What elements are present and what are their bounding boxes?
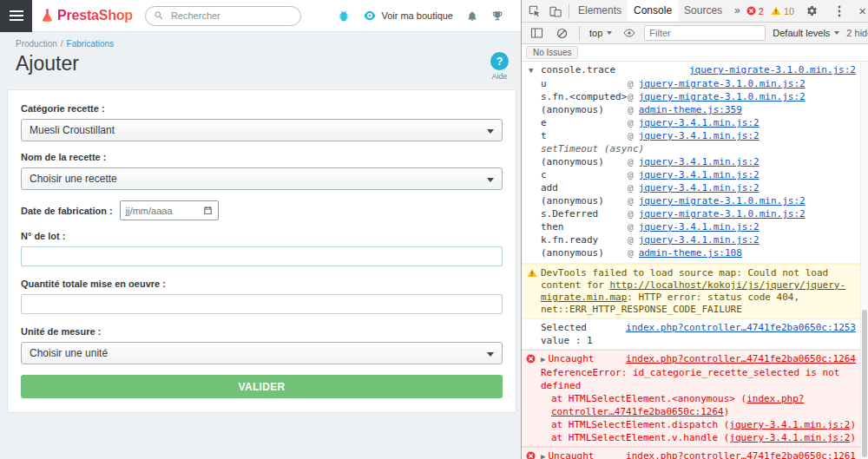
breadcrumb: Production/Fabrications [0,32,521,49]
gamification-button[interactable] [491,10,503,23]
log-levels-value: Default levels [773,28,830,38]
source-link[interactable]: jquery-migrate-3.1.0.min.js:2 [639,207,806,220]
chevron-down-icon [487,129,494,134]
hidden-messages-count[interactable]: 2 hidden [846,28,868,38]
calendar-icon[interactable] [203,206,213,215]
valider-button[interactable]: VALIDER [21,375,503,398]
error-count: 2 [759,6,764,16]
debug-mode-icon[interactable] [338,10,350,22]
source-link[interactable]: jquery-3.4.1.min.js:2 [639,155,760,168]
inspect-element-icon[interactable] [524,1,545,22]
frame-at: @ [628,246,634,259]
device-toolbar-icon[interactable] [545,1,566,22]
stack-frame: s.Deferred@jquery-migrate-3.1.0.min.js:2 [541,207,856,220]
source-link[interactable]: jquery-3.4.1.min.js:2 [639,181,760,194]
admin-search[interactable] [145,6,301,26]
more-tabs-button[interactable]: » [728,0,746,22]
recipe-select[interactable]: Choisir une recette [21,167,503,190]
category-select-value: Muesli Croustillant [30,124,115,136]
category-select[interactable]: Muesli Croustillant [21,119,503,141]
quantity-label: Quantité totale mise en oeuvre : [21,279,503,289]
date-placeholder: jj/mm/aaaa [126,206,173,216]
scrollbar-thumb[interactable] [862,310,867,457]
frame-at: @ [628,233,634,246]
source-link[interactable]: jquery-3.4.1.min.js:2 [639,116,760,129]
search-input[interactable] [169,10,296,22]
source-link[interactable]: index.php?controller…4741fe2ba0650c:1253 [626,321,856,334]
flask-icon [41,8,54,23]
help-label: Aide [491,72,507,81]
frame-at: @ [628,207,634,220]
help-icon: ? [490,52,509,70]
warning-badge[interactable]: 10 [771,6,794,16]
source-link[interactable]: jquery-3.4.1.min.js:2 [639,220,760,233]
source-link[interactable]: jquery-3.4.1.min.js:2 [639,168,760,181]
frame-at: @ [628,129,634,142]
source-link[interactable]: jquery-migrate-3.1.0.min.js:2 [689,63,856,76]
collapse-arrow-icon[interactable]: ▼ [529,64,533,77]
expand-arrow-icon[interactable]: ▶ [541,452,545,459]
notifications-button[interactable] [466,10,478,23]
page-title: Ajouter [16,50,79,76]
source-link[interactable]: jquery-migrate-3.1.0.min.js:2 [639,77,806,90]
unit-label: Unité de mesure : [21,326,503,337]
devtools-tabbar: Elements Console Sources » 2 10 [522,0,868,23]
settings-icon[interactable] [801,1,822,22]
menu-toggle-button[interactable] [0,0,32,32]
source-link[interactable]: jquery-migrate-3.1.0.min.js:2 [639,194,806,207]
help-button[interactable]: ? Aide [490,52,509,81]
prestashop-logo[interactable]: PrestaShop [41,8,133,23]
issues-bar: No Issues [522,44,868,62]
source-link[interactable]: jquery-3.4.1.min.js:2 [639,129,760,142]
chevron-down-icon [607,31,612,35]
log-levels-selector[interactable]: Default levels [770,26,842,40]
stack-frame: (anonymous)@jquery-migrate-3.1.0.min.js:… [541,194,856,207]
console-sidebar-icon[interactable] [526,23,547,43]
clear-console-icon[interactable] [551,23,572,43]
source-link[interactable]: jquery-migrate-3.1.0.min.js:2 [639,90,806,103]
devtools-panel: Elements Console Sources » 2 10 [521,0,868,459]
brand-wordmark: PrestaShop [57,8,133,23]
console-error-message: index.php?controller…4741fe2ba0650c:1264… [522,350,868,447]
kebab-menu-icon[interactable] [829,1,850,22]
breadcrumb-parent[interactable]: Production [16,39,57,49]
date-input[interactable]: jj/mm/aaaa [120,200,219,220]
issues-status[interactable]: No Issues [526,46,578,59]
error-header: index.php?controller…4741fe2ba0650c:1261… [541,449,856,459]
source-link[interactable]: admin-theme.js:359 [639,103,742,116]
scrollbar[interactable] [860,62,868,459]
frame-fn: (anonymous) [541,155,628,168]
warning-icon [527,268,537,281]
close-devtools-button[interactable]: × [857,4,868,17]
source-link[interactable]: index.php?controller…4741fe2ba0650c:1261 [626,449,856,459]
source-link[interactable]: admin-theme.js:108 [639,246,742,259]
lot-input[interactable] [21,246,503,266]
page: PrestaShop Voir ma boutique [0,0,868,459]
console-filter-input[interactable] [644,25,766,41]
date-group: Date de fabrication : jj/mm/aaaa [21,200,503,220]
console-warning-message: DevTools failed to load source map: Coul… [522,264,868,319]
view-shop-link[interactable]: Voir ma boutique [363,10,453,21]
frame-at: @ [628,116,634,129]
frame-at: @ [628,103,634,116]
recipe-label: Nom de la recette : [21,152,503,162]
quantity-input[interactable] [21,294,503,314]
source-link[interactable]: jquery-3.4.1.min.js:2 [639,233,760,246]
error-badge[interactable]: 2 [746,6,764,16]
breadcrumb-current[interactable]: Fabrications [67,39,114,49]
context-selector[interactable]: top [587,26,615,40]
source-link[interactable]: jquery-3.4.1.min.js:2 [729,419,850,430]
tab-elements[interactable]: Elements [572,0,628,22]
tab-console[interactable]: Console [628,0,678,22]
unit-select-value: Choisir une unité [30,347,108,359]
stack-line: at HTMLSelectElement.dispatch (jquery-3.… [541,418,856,431]
source-link[interactable]: index.php?controller…4741fe2ba0650c:1264 [626,352,856,365]
live-expression-icon[interactable] [619,23,640,43]
unit-select[interactable]: Choisir une unité [21,342,503,364]
expand-arrow-icon[interactable]: ▶ [541,355,545,364]
search-icon [154,10,164,21]
breadcrumb-separator: / [61,39,63,49]
frame-fn: k.fn.ready [541,233,628,246]
source-link[interactable]: jquery-3.4.1.min.js:2 [729,432,850,443]
tab-sources[interactable]: Sources [678,0,728,22]
